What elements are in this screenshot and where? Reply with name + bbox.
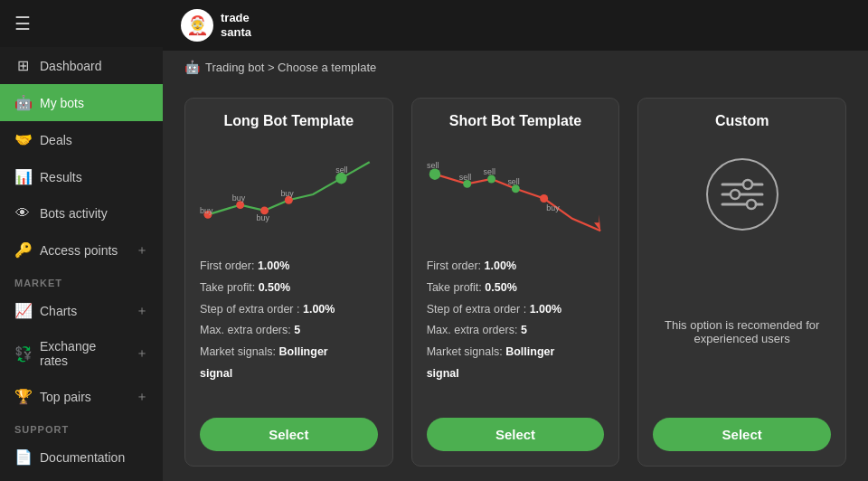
svg-text:sell: sell (458, 173, 470, 182)
results-icon: 📊 (14, 168, 31, 185)
svg-point-26 (747, 200, 756, 209)
breadcrumb-text: Trading bot > Choose a template (205, 61, 376, 74)
custom-icon-circle (706, 158, 778, 231)
long-bot-title: Long Bot Template (200, 113, 378, 129)
bots-activity-icon: 👁 (14, 205, 31, 222)
doc-icon: 📄 (14, 448, 31, 466)
dashboard-icon: ⊞ (14, 57, 31, 74)
charts-icon: 📈 (14, 302, 31, 319)
sidebar-item-label: Documentation (40, 450, 125, 465)
short-bot-card: Short Bot Template sell sell sell (411, 98, 620, 467)
custom-description-text: This option is recomended for experience… (653, 256, 831, 407)
market-section-label: MARKET (0, 269, 163, 292)
sidebar-item-label: Top pairs (40, 390, 91, 404)
sidebar-item-label: Results (40, 170, 82, 184)
custom-title: Custom (653, 113, 831, 129)
svg-point-15 (540, 194, 548, 203)
short-bot-title: Short Bot Template (427, 113, 605, 129)
sidebar: ☰ ⊞ Dashboard 🤖 My bots 🤝 Deals 📊 Result… (0, 0, 163, 481)
sidebar-item-my-bots[interactable]: 🤖 My bots (0, 84, 163, 121)
svg-text:buy: buy (200, 206, 213, 215)
add-icon[interactable]: ＋ (136, 389, 148, 405)
svg-text:buy: buy (280, 189, 294, 198)
logo-area: 🤶 tradesanta (181, 9, 251, 42)
long-bot-card: Long Bot Template buy buy buy buy s (184, 98, 393, 467)
add-icon[interactable]: ＋ (136, 303, 148, 319)
sidebar-item-label: Bots activity (40, 206, 108, 221)
short-bot-details: First order: 1.00% Take profit: 0.50% St… (427, 256, 605, 407)
custom-select-button[interactable]: Select (653, 418, 831, 451)
main-content: 🤶 tradesanta 🤖 Trading bot > Choose a te… (163, 0, 868, 481)
sidebar-item-access-points[interactable]: 🔑 Access points ＋ (0, 231, 163, 269)
svg-text:sell: sell (483, 167, 495, 176)
access-points-icon: 🔑 (14, 241, 31, 259)
sidebar-item-label: Exchange rates (40, 339, 127, 368)
long-bot-details: First order: 1.00% Take profit: 0.50% St… (200, 256, 378, 407)
sidebar-item-label: My bots (40, 96, 84, 110)
svg-point-24 (731, 190, 740, 199)
exchange-icon: 💱 (14, 345, 31, 363)
breadcrumb: 🤖 Trading bot > Choose a template (163, 51, 868, 83)
sidebar-header: ☰ (0, 0, 163, 47)
short-bot-select-button[interactable]: Select (427, 418, 605, 451)
top-pairs-icon: 🏆 (14, 388, 31, 405)
sidebar-item-deals[interactable]: 🤝 Deals (0, 121, 163, 158)
add-icon[interactable]: ＋ (136, 345, 148, 362)
sidebar-item-bots-activity[interactable]: 👁 Bots activity (0, 195, 163, 231)
sidebar-item-label: Charts (40, 304, 77, 318)
custom-card: Custom This option is recomended for exp… (637, 98, 846, 467)
svg-text:sell: sell (335, 165, 347, 174)
breadcrumb-icon: 🤖 (184, 60, 200, 74)
sidebar-item-charts[interactable]: 📈 Charts ＋ (0, 292, 163, 329)
top-bar: 🤶 tradesanta (163, 0, 868, 51)
sidebar-item-exchange-rates[interactable]: 💱 Exchange rates ＋ (0, 329, 163, 378)
svg-text:buy: buy (546, 203, 560, 212)
hamburger-icon[interactable]: ☰ (14, 13, 31, 34)
custom-icon-area (653, 140, 831, 249)
short-bot-chart: sell sell sell sell buy (427, 140, 605, 249)
logo-image: 🤶 (181, 9, 213, 42)
svg-text:sell: sell (427, 161, 439, 170)
sidebar-item-results[interactable]: 📊 Results (0, 158, 163, 195)
svg-point-22 (743, 180, 752, 189)
sidebar-item-label: Dashboard (40, 59, 102, 73)
sidebar-item-label: Access points (40, 243, 118, 258)
add-icon[interactable]: ＋ (136, 242, 148, 259)
sidebar-item-top-pairs[interactable]: 🏆 Top pairs ＋ (0, 378, 163, 415)
sidebar-item-documentation[interactable]: 📄 Documentation (0, 439, 163, 476)
long-bot-chart: buy buy buy buy sell (200, 140, 378, 249)
support-section-label: SUPPORT (0, 415, 163, 439)
robot-icon: 🤖 (14, 94, 31, 111)
sidebar-item-dashboard[interactable]: ⊞ Dashboard (0, 47, 163, 84)
svg-text:sell: sell (507, 177, 519, 186)
sidebar-item-label: Deals (40, 133, 72, 147)
svg-text:buy: buy (257, 214, 270, 223)
cards-area: Long Bot Template buy buy buy buy s (163, 83, 868, 481)
svg-text:buy: buy (232, 193, 246, 203)
svg-point-13 (487, 175, 495, 184)
logo-text: tradesanta (221, 11, 251, 39)
long-bot-select-button[interactable]: Select (200, 418, 378, 451)
deals-icon: 🤝 (14, 131, 31, 148)
sidebar-item-settings[interactable]: ⚙️ Settings (0, 476, 163, 481)
